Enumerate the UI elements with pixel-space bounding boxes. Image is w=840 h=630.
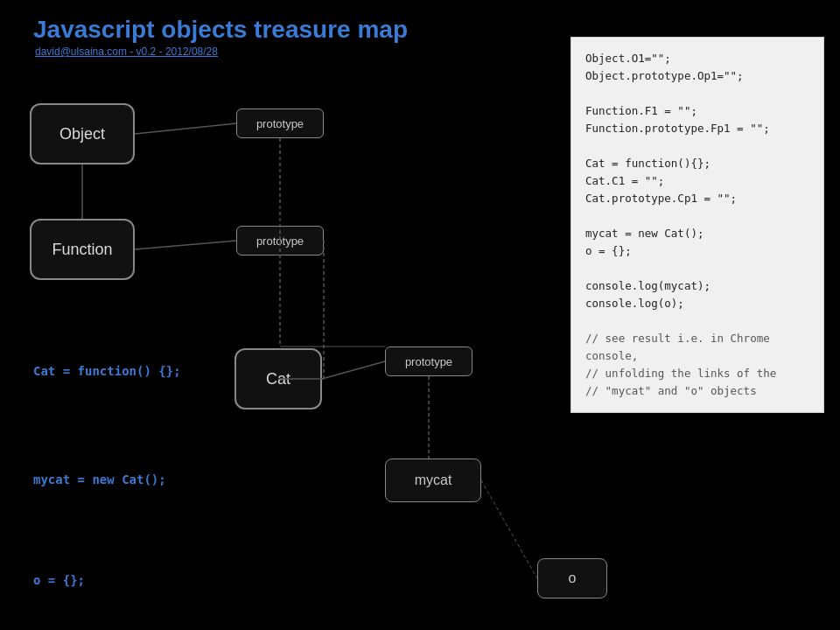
o-code-label: o = {}; <box>33 573 85 587</box>
function-box: Function <box>30 219 135 280</box>
code-line-8: Cat.C1 = ""; <box>585 172 809 190</box>
code-line-16 <box>585 312 809 330</box>
code-comment-1: // see result i.e. in Chrome console, <box>585 330 809 365</box>
code-line-15: console.log(o); <box>585 295 809 312</box>
cat-code-label: Cat = function() {}; <box>33 364 181 378</box>
code-comment-3: // "mycat" and "o" objects <box>585 382 809 400</box>
svg-line-9 <box>481 480 537 578</box>
page-subtitle: david@ulsaina.com - v0.2 - 2012/08/28 <box>35 46 218 58</box>
cat-prototype-box: prototype <box>385 346 472 376</box>
code-line-3 <box>585 85 809 102</box>
object-box: Object <box>30 103 135 164</box>
code-panel: Object.O1=""; Object.prototype.Op1=""; F… <box>570 37 824 413</box>
object-prototype-label: prototype <box>256 117 304 130</box>
function-prototype-box: prototype <box>236 226 324 256</box>
page-title: Javascript objects treasure map <box>33 16 408 44</box>
object-label: Object <box>60 125 105 144</box>
mycat-box: mycat <box>385 458 481 502</box>
code-line-5: Function.prototype.Fp1 = ""; <box>585 120 809 137</box>
cat-prototype-label: prototype <box>405 355 452 368</box>
o-label: o <box>569 570 577 586</box>
code-line-13 <box>585 260 809 277</box>
code-line-4: Function.F1 = ""; <box>585 102 809 120</box>
function-label: Function <box>52 241 112 259</box>
code-line-6 <box>585 137 809 155</box>
cat-box: Cat <box>234 348 322 410</box>
o-box: o <box>537 558 607 598</box>
code-line-1: Object.O1=""; <box>585 50 809 67</box>
code-line-9: Cat.prototype.Cp1 = ""; <box>585 190 809 207</box>
code-line-12: o = {}; <box>585 242 809 260</box>
mycat-code-label: mycat = new Cat(); <box>33 472 166 486</box>
code-comment-2: // unfolding the links of the <box>585 365 809 382</box>
code-line-14: console.log(mycat); <box>585 277 809 295</box>
mycat-label: mycat <box>415 472 452 488</box>
svg-line-1 <box>135 241 236 249</box>
object-prototype-box: prototype <box>236 108 324 138</box>
function-prototype-label: prototype <box>256 234 304 248</box>
svg-line-0 <box>135 123 236 134</box>
cat-label: Cat <box>266 370 290 388</box>
code-line-2: Object.prototype.Op1=""; <box>585 67 809 85</box>
code-line-11: mycat = new Cat(); <box>585 225 809 242</box>
code-line-10 <box>585 207 809 225</box>
code-line-7: Cat = function(){}; <box>585 155 809 172</box>
svg-line-5 <box>322 361 385 379</box>
